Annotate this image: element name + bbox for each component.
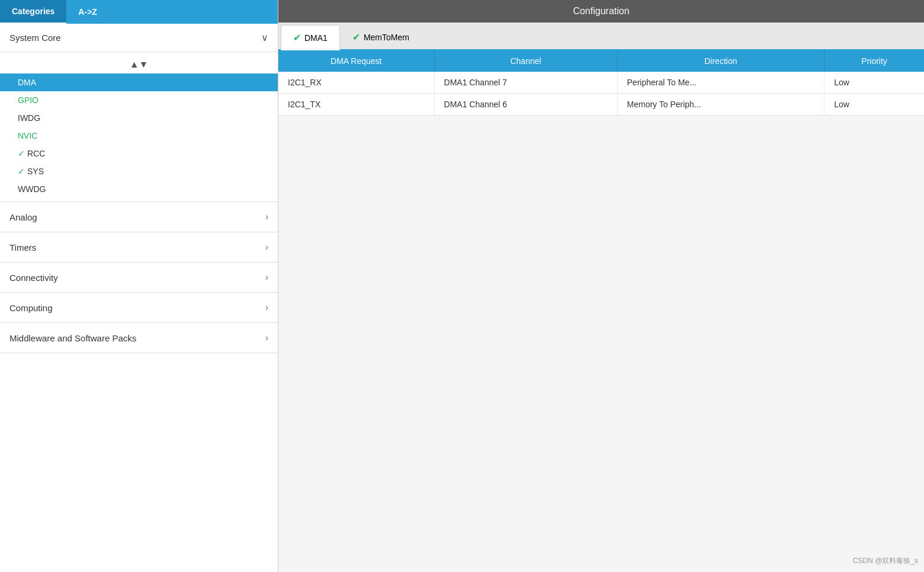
col-header-channel: Channel bbox=[434, 50, 617, 72]
wwdg-label: WWDG bbox=[18, 184, 46, 194]
cell-channel-2: DMA1 Channel 6 bbox=[434, 94, 617, 116]
cell-dma-request-2: I2C1_TX bbox=[278, 94, 434, 116]
analog-label: Analog bbox=[9, 212, 37, 222]
content-area: Configuration ✔ DMA1 ✔ MemToMem DMA Requ… bbox=[278, 0, 924, 572]
check-icon-rcc: ✓ bbox=[18, 149, 25, 158]
sort-icon: ▲▼ bbox=[130, 59, 149, 70]
dma-label: DMA bbox=[18, 78, 36, 87]
sidebar-item-sys[interactable]: ✓ SYS bbox=[0, 162, 278, 180]
sidebar-content: System Core ∨ ▲▼ DMA GPIO IWDG NVIC bbox=[0, 24, 278, 572]
tab-memtomem[interactable]: ✔ MemToMem bbox=[340, 25, 422, 49]
check-icon-sys: ✓ bbox=[18, 167, 25, 176]
chevron-right-icon-timers: › bbox=[265, 242, 268, 253]
tab-dma1-label: DMA1 bbox=[304, 33, 328, 43]
category-analog[interactable]: Analog › bbox=[0, 202, 278, 232]
category-computing[interactable]: Computing › bbox=[0, 293, 278, 323]
sidebar: Categories A->Z System Core ∨ ▲▼ DMA bbox=[0, 0, 278, 572]
sys-label: SYS bbox=[27, 167, 44, 176]
rcc-label: RCC bbox=[27, 149, 45, 158]
tab-categories[interactable]: Categories bbox=[0, 0, 66, 24]
cell-priority-1: Low bbox=[824, 72, 924, 94]
chevron-right-icon-analog: › bbox=[265, 212, 268, 222]
table-row[interactable]: I2C1_TX DMA1 Channel 6 Memory To Periph.… bbox=[278, 94, 924, 116]
chevron-right-icon-connectivity: › bbox=[265, 272, 268, 283]
tab-check-memtomem: ✔ bbox=[352, 31, 360, 43]
connectivity-label: Connectivity bbox=[9, 273, 58, 283]
gpio-label: GPIO bbox=[18, 95, 38, 105]
tab-check-dma1: ✔ bbox=[293, 32, 301, 43]
col-header-direction: Direction bbox=[617, 50, 824, 72]
cell-dma-request-1: I2C1_RX bbox=[278, 72, 434, 94]
category-system-core[interactable]: System Core ∨ bbox=[0, 24, 278, 52]
dma-table-container: DMA Request Channel Direction Priority I… bbox=[278, 50, 924, 116]
sidebar-item-gpio[interactable]: GPIO bbox=[0, 91, 278, 109]
table-row[interactable]: I2C1_RX DMA1 Channel 7 Peripheral To Me.… bbox=[278, 72, 924, 94]
middleware-label: Middleware and Software Packs bbox=[9, 333, 136, 343]
sidebar-item-wwdg[interactable]: WWDG bbox=[0, 180, 278, 198]
category-connectivity[interactable]: Connectivity › bbox=[0, 263, 278, 293]
system-core-items: ▲▼ DMA GPIO IWDG NVIC ✓ RCC bbox=[0, 52, 278, 202]
nvic-label: NVIC bbox=[18, 131, 37, 140]
cell-priority-2: Low bbox=[824, 94, 924, 116]
tab-az[interactable]: A->Z bbox=[66, 0, 109, 24]
config-header: Configuration bbox=[278, 0, 924, 23]
computing-label: Computing bbox=[9, 303, 53, 313]
dma-table: DMA Request Channel Direction Priority I… bbox=[278, 50, 924, 116]
category-middleware[interactable]: Middleware and Software Packs › bbox=[0, 323, 278, 353]
chevron-down-icon: ∨ bbox=[261, 32, 268, 43]
watermark: CSDN @双料毒狼_s bbox=[853, 556, 918, 566]
chevron-right-icon-computing: › bbox=[265, 302, 268, 313]
cell-direction-1: Peripheral To Me... bbox=[617, 72, 824, 94]
config-title: Configuration bbox=[573, 6, 629, 16]
cell-channel-1: DMA1 Channel 7 bbox=[434, 72, 617, 94]
config-tabs-bar: ✔ DMA1 ✔ MemToMem bbox=[278, 23, 924, 50]
sidebar-item-dma[interactable]: DMA bbox=[0, 74, 278, 91]
sidebar-tabs: Categories A->Z bbox=[0, 0, 278, 24]
col-header-dma-request: DMA Request bbox=[278, 50, 434, 72]
iwdg-label: IWDG bbox=[18, 113, 40, 123]
cell-direction-2: Memory To Periph... bbox=[617, 94, 824, 116]
sidebar-item-rcc[interactable]: ✓ RCC bbox=[0, 145, 278, 162]
category-system-core-label: System Core bbox=[9, 33, 61, 43]
timers-label: Timers bbox=[9, 242, 36, 253]
chevron-right-icon-middleware: › bbox=[265, 333, 268, 343]
tab-memtomem-label: MemToMem bbox=[364, 33, 409, 42]
col-header-priority: Priority bbox=[824, 50, 924, 72]
sidebar-item-nvic[interactable]: NVIC bbox=[0, 127, 278, 145]
sidebar-item-iwdg[interactable]: IWDG bbox=[0, 109, 278, 127]
tab-dma1[interactable]: ✔ DMA1 bbox=[281, 25, 340, 50]
sort-arrows: ▲▼ bbox=[0, 56, 278, 74]
category-timers[interactable]: Timers › bbox=[0, 232, 278, 263]
